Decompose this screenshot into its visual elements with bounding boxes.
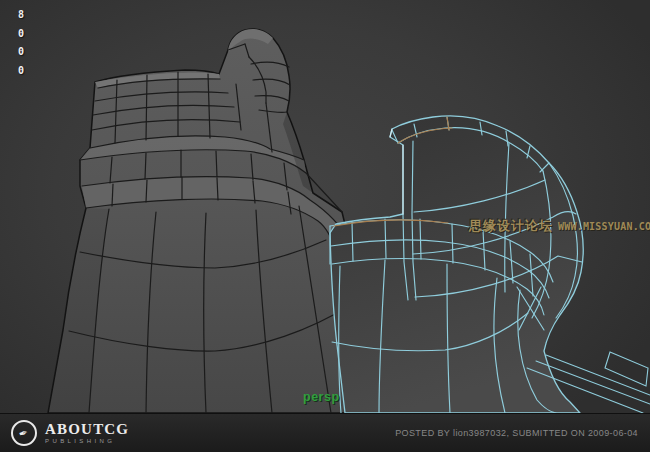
credit-text: POSTED BY lion3987032, SUBMITTED ON 2009… xyxy=(395,428,638,438)
aboutcg-brand: ✒ ABOUTCG PUBLISHING xyxy=(11,420,129,446)
camera-label: persp xyxy=(303,390,340,404)
watermark: 思缘设计论坛 WWW.MISSYUAN.COM xyxy=(469,217,650,235)
brand-text: ABOUTCG PUBLISHING xyxy=(45,422,129,444)
viewport-overlay-digits: 8 0 0 0 xyxy=(18,6,24,80)
footer-bar: ✒ ABOUTCG PUBLISHING POSTED BY lion39870… xyxy=(0,413,650,452)
overlay-digit: 0 xyxy=(18,43,24,62)
aboutcg-logo-icon: ✒ xyxy=(11,420,37,446)
screenshot-root: 8 0 0 0 思缘设计论坛 WWW.MISSYUAN.COM persp ✒ … xyxy=(0,0,650,452)
brand-tagline: PUBLISHING xyxy=(45,438,129,444)
overlay-digit: 8 xyxy=(18,6,24,25)
overlay-digit: 0 xyxy=(18,62,24,81)
brand-name: ABOUTCG xyxy=(45,422,129,436)
right-mesh[interactable] xyxy=(330,116,583,413)
left-mesh[interactable] xyxy=(48,29,369,413)
watermark-url: WWW.MISSYUAN.COM xyxy=(558,221,650,232)
pen-icon: ✒ xyxy=(18,426,30,439)
mesh-canvas xyxy=(0,0,650,413)
watermark-forum-name: 思缘设计论坛 xyxy=(469,217,553,235)
overlay-digit: 0 xyxy=(18,25,24,44)
viewport[interactable]: 8 0 0 0 思缘设计论坛 WWW.MISSYUAN.COM persp xyxy=(0,0,650,413)
